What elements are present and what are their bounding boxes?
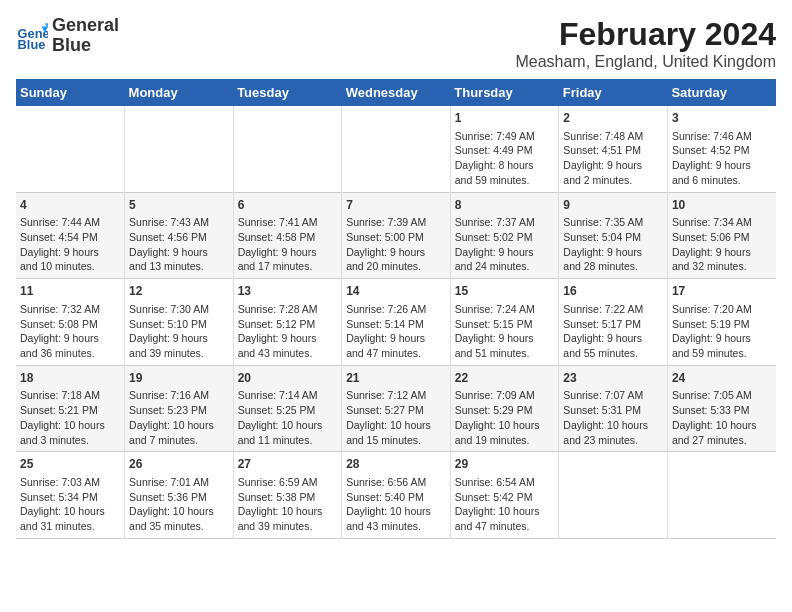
day-number: 2 — [563, 110, 663, 127]
day-info: Sunrise: 7:24 AM — [455, 302, 555, 317]
day-info: Daylight: 10 hours — [346, 418, 446, 433]
day-number: 9 — [563, 197, 663, 214]
day-info: and 51 minutes. — [455, 346, 555, 361]
day-info: Sunrise: 7:07 AM — [563, 388, 663, 403]
day-header-saturday: Saturday — [667, 79, 776, 106]
calendar-cell: 14Sunrise: 7:26 AMSunset: 5:14 PMDayligh… — [342, 279, 451, 366]
day-info: Sunrise: 7:32 AM — [20, 302, 120, 317]
day-info: and 2 minutes. — [563, 173, 663, 188]
day-info: and 6 minutes. — [672, 173, 772, 188]
calendar-cell: 8Sunrise: 7:37 AMSunset: 5:02 PMDaylight… — [450, 192, 559, 279]
day-info: Sunset: 5:38 PM — [238, 490, 338, 505]
calendar-cell: 3Sunrise: 7:46 AMSunset: 4:52 PMDaylight… — [667, 106, 776, 192]
day-number: 1 — [455, 110, 555, 127]
day-info: Daylight: 9 hours — [672, 245, 772, 260]
svg-text:Blue: Blue — [18, 37, 46, 52]
title-area: February 2024 Measham, England, United K… — [515, 16, 776, 71]
day-info: Sunset: 5:12 PM — [238, 317, 338, 332]
logo-icon: General Blue — [16, 20, 48, 52]
calendar-cell: 27Sunrise: 6:59 AMSunset: 5:38 PMDayligh… — [233, 452, 342, 539]
day-info: and 27 minutes. — [672, 433, 772, 448]
day-info: Daylight: 10 hours — [238, 504, 338, 519]
day-number: 5 — [129, 197, 229, 214]
day-info: Sunset: 5:31 PM — [563, 403, 663, 418]
calendar-cell — [342, 106, 451, 192]
day-info: Sunrise: 7:01 AM — [129, 475, 229, 490]
week-row-5: 25Sunrise: 7:03 AMSunset: 5:34 PMDayligh… — [16, 452, 776, 539]
day-info: Daylight: 9 hours — [20, 331, 120, 346]
day-info: and 43 minutes. — [238, 346, 338, 361]
day-info: Daylight: 9 hours — [672, 158, 772, 173]
day-info: Daylight: 10 hours — [20, 418, 120, 433]
day-info: Daylight: 10 hours — [20, 504, 120, 519]
day-info: Daylight: 9 hours — [129, 331, 229, 346]
day-info: Sunrise: 7:18 AM — [20, 388, 120, 403]
day-info: and 3 minutes. — [20, 433, 120, 448]
calendar-table: SundayMondayTuesdayWednesdayThursdayFrid… — [16, 79, 776, 539]
day-number: 17 — [672, 283, 772, 300]
day-number: 3 — [672, 110, 772, 127]
day-info: Sunset: 4:58 PM — [238, 230, 338, 245]
day-number: 8 — [455, 197, 555, 214]
calendar-cell: 15Sunrise: 7:24 AMSunset: 5:15 PMDayligh… — [450, 279, 559, 366]
day-info: Sunset: 4:54 PM — [20, 230, 120, 245]
day-info: and 20 minutes. — [346, 259, 446, 274]
day-info: and 55 minutes. — [563, 346, 663, 361]
day-info: and 39 minutes. — [238, 519, 338, 534]
logo-text: General Blue — [52, 16, 119, 56]
day-info: Sunrise: 7:14 AM — [238, 388, 338, 403]
day-header-wednesday: Wednesday — [342, 79, 451, 106]
calendar-cell — [233, 106, 342, 192]
day-info: Sunrise: 7:30 AM — [129, 302, 229, 317]
calendar-cell: 29Sunrise: 6:54 AMSunset: 5:42 PMDayligh… — [450, 452, 559, 539]
header-row: SundayMondayTuesdayWednesdayThursdayFrid… — [16, 79, 776, 106]
calendar-cell: 17Sunrise: 7:20 AMSunset: 5:19 PMDayligh… — [667, 279, 776, 366]
day-info: Daylight: 9 hours — [346, 331, 446, 346]
day-info: Sunset: 5:29 PM — [455, 403, 555, 418]
day-info: Daylight: 9 hours — [20, 245, 120, 260]
day-info: Sunset: 5:14 PM — [346, 317, 446, 332]
day-info: Sunset: 5:17 PM — [563, 317, 663, 332]
day-info: Daylight: 10 hours — [455, 418, 555, 433]
day-info: Sunset: 4:52 PM — [672, 143, 772, 158]
day-info: Sunset: 5:40 PM — [346, 490, 446, 505]
day-header-monday: Monday — [125, 79, 234, 106]
week-row-2: 4Sunrise: 7:44 AMSunset: 4:54 PMDaylight… — [16, 192, 776, 279]
day-header-friday: Friday — [559, 79, 668, 106]
day-info: and 15 minutes. — [346, 433, 446, 448]
day-info: Daylight: 10 hours — [563, 418, 663, 433]
day-info: Daylight: 10 hours — [346, 504, 446, 519]
day-number: 22 — [455, 370, 555, 387]
day-info: Sunrise: 7:43 AM — [129, 215, 229, 230]
calendar-cell: 21Sunrise: 7:12 AMSunset: 5:27 PMDayligh… — [342, 365, 451, 452]
day-info: Sunrise: 7:05 AM — [672, 388, 772, 403]
day-number: 25 — [20, 456, 120, 473]
day-info: Sunrise: 7:22 AM — [563, 302, 663, 317]
day-number: 20 — [238, 370, 338, 387]
day-number: 16 — [563, 283, 663, 300]
day-info: Sunset: 5:00 PM — [346, 230, 446, 245]
day-info: Sunset: 5:21 PM — [20, 403, 120, 418]
calendar-cell: 26Sunrise: 7:01 AMSunset: 5:36 PMDayligh… — [125, 452, 234, 539]
day-number: 14 — [346, 283, 446, 300]
day-info: Daylight: 9 hours — [455, 245, 555, 260]
calendar-cell: 1Sunrise: 7:49 AMSunset: 4:49 PMDaylight… — [450, 106, 559, 192]
calendar-cell: 24Sunrise: 7:05 AMSunset: 5:33 PMDayligh… — [667, 365, 776, 452]
calendar-cell — [16, 106, 125, 192]
day-info: Sunrise: 6:59 AM — [238, 475, 338, 490]
day-number: 26 — [129, 456, 229, 473]
calendar-cell — [125, 106, 234, 192]
calendar-cell: 18Sunrise: 7:18 AMSunset: 5:21 PMDayligh… — [16, 365, 125, 452]
day-info: Sunrise: 7:28 AM — [238, 302, 338, 317]
calendar-cell: 11Sunrise: 7:32 AMSunset: 5:08 PMDayligh… — [16, 279, 125, 366]
calendar-cell — [667, 452, 776, 539]
day-info: Daylight: 9 hours — [672, 331, 772, 346]
calendar-cell: 23Sunrise: 7:07 AMSunset: 5:31 PMDayligh… — [559, 365, 668, 452]
day-info: Daylight: 9 hours — [563, 245, 663, 260]
calendar-cell: 25Sunrise: 7:03 AMSunset: 5:34 PMDayligh… — [16, 452, 125, 539]
day-info: Sunrise: 7:09 AM — [455, 388, 555, 403]
day-info: Daylight: 9 hours — [238, 245, 338, 260]
calendar-cell: 13Sunrise: 7:28 AMSunset: 5:12 PMDayligh… — [233, 279, 342, 366]
day-info: Sunrise: 7:20 AM — [672, 302, 772, 317]
day-info: Sunset: 5:19 PM — [672, 317, 772, 332]
